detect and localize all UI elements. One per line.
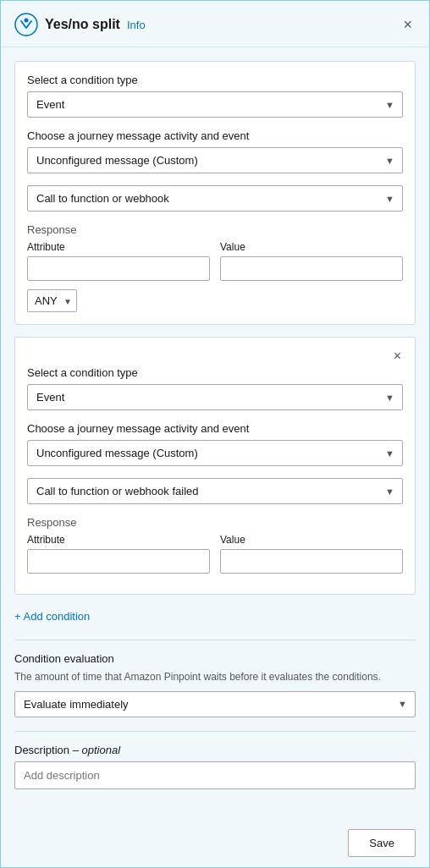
yesno-split-icon bbox=[14, 13, 38, 36]
modal-body: Select a condition type Event Segment At… bbox=[1, 47, 429, 819]
condition-block-1: Select a condition type Event Segment At… bbox=[14, 61, 416, 325]
event-select-wrapper-2: Call to function or webhook Call to func… bbox=[27, 478, 403, 504]
evaluation-section: Condition evaluation The amount of time … bbox=[14, 652, 416, 717]
value-col-1: Value bbox=[220, 241, 403, 281]
response-label-2: Response bbox=[27, 516, 403, 529]
svg-point-1 bbox=[25, 19, 29, 23]
any-select-1[interactable]: ANY ALL bbox=[27, 289, 77, 312]
journey-message-label-1: Choose a journey message activity and ev… bbox=[27, 129, 403, 142]
event-select-wrapper-1: Call to function or webhook Call to func… bbox=[27, 185, 403, 212]
attribute-input-1[interactable] bbox=[27, 256, 210, 281]
evaluation-label: Condition evaluation bbox=[14, 652, 416, 665]
condition-type-select-wrapper-1: Event Segment Attribute ▼ bbox=[27, 91, 403, 118]
response-section-2: Response Attribute Value bbox=[27, 516, 403, 574]
close-button[interactable]: × bbox=[400, 15, 416, 34]
value-input-1[interactable] bbox=[220, 256, 403, 281]
attribute-col-2: Attribute bbox=[27, 534, 210, 574]
message-select-wrapper-2: Unconfigured message (Custom) ▼ bbox=[27, 440, 403, 466]
value-label-1: Value bbox=[220, 241, 403, 253]
modal-header: Yes/no split Info × bbox=[1, 1, 429, 47]
journey-message-label-2: Choose a journey message activity and ev… bbox=[27, 422, 403, 435]
value-input-2[interactable] bbox=[220, 549, 403, 574]
value-col-2: Value bbox=[220, 534, 403, 574]
description-input[interactable] bbox=[14, 761, 416, 789]
value-label-2: Value bbox=[220, 534, 403, 546]
remove-condition-2-button[interactable]: × bbox=[392, 349, 403, 363]
condition-block-2-header: × bbox=[27, 349, 403, 363]
attribute-label-1: Attribute bbox=[27, 241, 210, 253]
evaluation-description: The amount of time that Amazon Pinpoint … bbox=[14, 670, 416, 684]
divider-2 bbox=[14, 731, 416, 732]
condition-type-select-1[interactable]: Event Segment Attribute bbox=[27, 91, 403, 118]
response-section-1: Response Attribute Value ANY ALL bbox=[27, 223, 403, 312]
description-section: Description – optional bbox=[14, 744, 416, 789]
svg-point-0 bbox=[15, 14, 37, 36]
attribute-col-1: Attribute bbox=[27, 241, 210, 281]
modal-footer: Save bbox=[1, 819, 429, 867]
description-label: Description – optional bbox=[14, 744, 416, 756]
save-button[interactable]: Save bbox=[348, 829, 416, 857]
info-link[interactable]: Info bbox=[127, 19, 146, 31]
evaluation-select-wrapper: Evaluate immediately Evaluate after wait… bbox=[14, 691, 416, 717]
any-wrapper-1: ANY ALL ▼ bbox=[27, 289, 77, 312]
attr-value-row-1: Attribute Value bbox=[27, 241, 403, 281]
condition-type-label-2: Select a condition type bbox=[27, 366, 403, 379]
attr-value-row-2: Attribute Value bbox=[27, 534, 403, 574]
divider bbox=[14, 640, 416, 640]
condition-block-2: × Select a condition type Event Segment … bbox=[14, 337, 416, 595]
attribute-label-2: Attribute bbox=[27, 534, 210, 546]
response-label-1: Response bbox=[27, 223, 403, 236]
attribute-input-2[interactable] bbox=[27, 549, 210, 574]
evaluation-select[interactable]: Evaluate immediately Evaluate after wait… bbox=[14, 691, 416, 717]
message-select-1[interactable]: Unconfigured message (Custom) bbox=[27, 147, 403, 173]
add-condition-button[interactable]: + Add condition bbox=[14, 607, 90, 626]
message-select-2[interactable]: Unconfigured message (Custom) bbox=[27, 440, 403, 466]
condition-type-select-2[interactable]: Event Segment Attribute bbox=[27, 384, 403, 410]
event-select-2[interactable]: Call to function or webhook Call to func… bbox=[27, 478, 403, 504]
yes-no-split-modal: Yes/no split Info × Select a condition t… bbox=[0, 0, 430, 868]
modal-title: Yes/no split bbox=[45, 17, 120, 32]
message-select-wrapper-1: Unconfigured message (Custom) ▼ bbox=[27, 147, 403, 173]
condition-type-select-wrapper-2: Event Segment Attribute ▼ bbox=[27, 384, 403, 410]
event-select-1[interactable]: Call to function or webhook Call to func… bbox=[27, 185, 403, 212]
condition-type-label-1: Select a condition type bbox=[27, 74, 403, 86]
